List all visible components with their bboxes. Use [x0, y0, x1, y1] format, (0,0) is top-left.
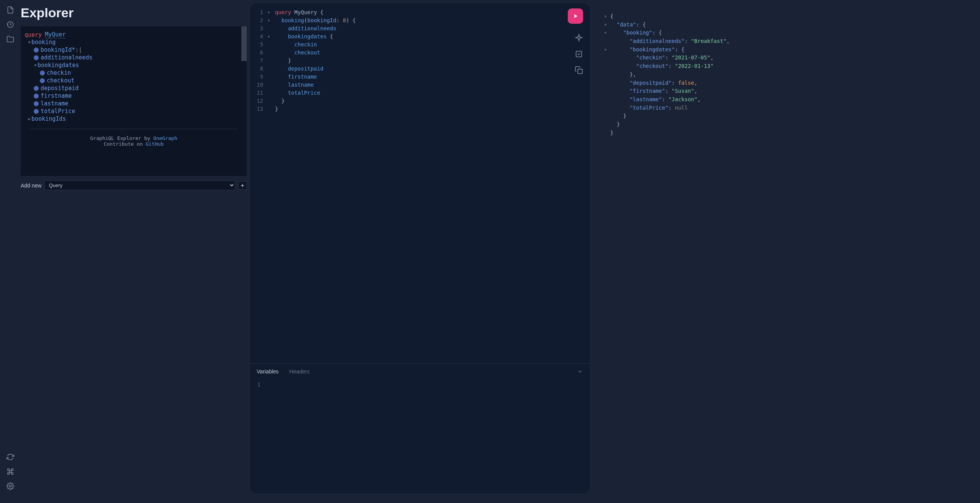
add-new-select[interactable]: Query	[44, 181, 235, 190]
tree-item-additionalneeds[interactable]: additionalneeds	[25, 54, 243, 61]
execute-button[interactable]	[568, 8, 583, 24]
explorer-title: Explorer	[21, 0, 247, 26]
docs-icon[interactable]	[7, 6, 14, 14]
tree-item-bookingdates[interactable]: ▾bookingdates	[25, 61, 243, 69]
tree-item-bookingIds[interactable]: ▸bookingIds	[25, 115, 243, 123]
tree-item-firstname[interactable]: firstname	[25, 92, 243, 100]
query-keyword: query	[25, 31, 42, 38]
tree-item-lastname[interactable]: lastname	[25, 100, 243, 107]
editor-gutter: 1 ▾2 ▾3 4 ▾5 6 7 8 9 10 11 12 13	[257, 8, 275, 358]
query-name-input[interactable]: MyQuer	[45, 31, 66, 38]
add-new-label: Add new	[21, 182, 41, 189]
tree-item-booking[interactable]: ▾booking	[25, 38, 243, 46]
results-panel: ▾ {▾ "data": {▾ "booking": { "additional…	[593, 3, 977, 494]
chevron-down-icon[interactable]	[577, 368, 583, 375]
folder-icon[interactable]	[7, 35, 14, 43]
scrollbar[interactable]	[241, 26, 247, 61]
svg-rect-2	[578, 69, 582, 74]
settings-icon[interactable]	[7, 482, 14, 490]
prettify-icon[interactable]	[575, 34, 583, 42]
tab-variables[interactable]: Variables	[257, 368, 279, 375]
tab-headers[interactable]: Headers	[289, 368, 310, 375]
history-icon[interactable]	[7, 21, 14, 28]
copy-icon[interactable]	[575, 66, 583, 74]
shortcuts-icon[interactable]	[7, 468, 14, 475]
merge-icon[interactable]	[575, 50, 583, 58]
tree-item-totalPrice[interactable]: totalPrice	[25, 107, 243, 115]
github-link[interactable]: GitHub	[146, 141, 164, 147]
query-editor[interactable]: query MyQuery { booking(bookingId: 8) { …	[275, 8, 356, 358]
tree-item-checkout[interactable]: checkout	[25, 77, 243, 84]
tree-item-bookingId[interactable]: bookingId*: |	[25, 46, 243, 54]
svg-point-0	[10, 485, 11, 487]
explorer-panel: Explorer query MyQuer ▾bookingbookingId*…	[21, 0, 247, 503]
icon-bar	[0, 0, 21, 503]
explorer-tree: query MyQuer ▾bookingbookingId*: |additi…	[21, 26, 247, 176]
onegraph-link[interactable]: OneGraph	[153, 135, 177, 141]
tree-item-depositpaid[interactable]: depositpaid	[25, 84, 243, 92]
variables-editor[interactable]: 1	[257, 381, 583, 389]
add-new-button[interactable]	[238, 181, 247, 190]
tree-item-checkin[interactable]: checkin	[25, 69, 243, 77]
query-editor-panel: 1 ▾2 ▾3 4 ▾5 6 7 8 9 10 11 12 13 query M…	[250, 3, 590, 494]
explorer-credit: GraphiQL Explorer by OneGraph Contribute…	[25, 135, 243, 151]
refresh-icon[interactable]	[7, 453, 14, 461]
